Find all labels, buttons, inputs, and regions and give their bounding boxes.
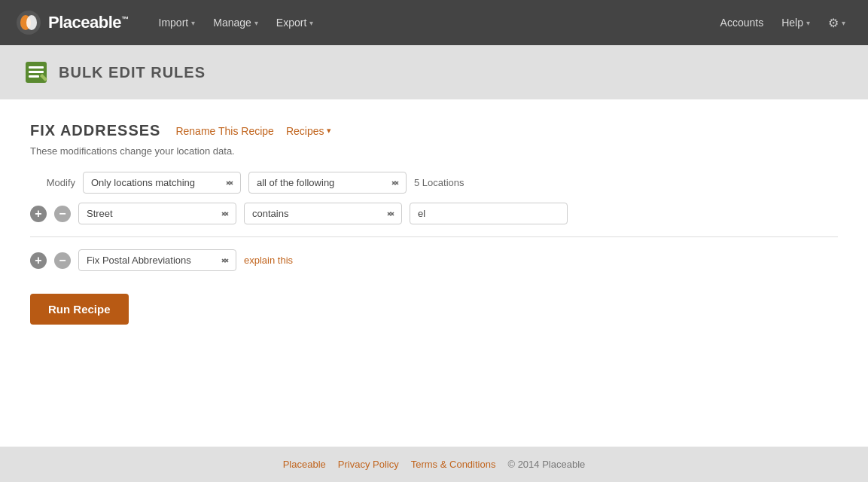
nav-import[interactable]: Import ▾ (151, 12, 203, 33)
action-select[interactable]: Fix Postal Abbreviations Capitalize Word… (78, 249, 236, 271)
field-select[interactable]: Street City State Zip Country (78, 203, 236, 224)
nav-right: Accounts Help ▾ ⚙ ▾ (713, 11, 853, 35)
svg-point-2 (26, 15, 37, 30)
bulk-edit-icon (23, 59, 50, 86)
gear-icon: ⚙ (828, 16, 839, 30)
help-arrow-icon: ▾ (806, 19, 810, 27)
export-arrow-icon: ▾ (309, 19, 313, 27)
locations-badge: 5 Locations (414, 177, 464, 188)
logo-icon (15, 9, 42, 36)
section-divider (30, 236, 838, 237)
manage-arrow-icon: ▾ (254, 19, 258, 27)
footer-terms-link[interactable]: Terms & Conditions (411, 459, 496, 470)
footer-placeable-link[interactable]: Placeable (283, 459, 326, 470)
nav-accounts[interactable]: Accounts (713, 12, 772, 33)
main-content: Fix Addresses Rename This Recipe Recipes… (0, 99, 868, 447)
recipes-arrow-icon: ▾ (327, 126, 331, 136)
condition-value-input[interactable] (410, 203, 568, 224)
brand-logo[interactable]: Placeable™ (15, 9, 129, 36)
page-title: Bulk Edit Rules (59, 64, 206, 81)
run-recipe-button[interactable]: Run Recipe (30, 294, 129, 325)
nav-manage[interactable]: Manage ▾ (206, 12, 266, 33)
navbar: Placeable™ Import ▾ Manage ▾ Export ▾ Ac… (0, 0, 868, 45)
section-title: Fix Addresses (30, 122, 160, 139)
condition-row: + − Street City State Zip Country contai… (30, 203, 838, 224)
nav-export[interactable]: Export ▾ (269, 12, 321, 33)
add-action-button[interactable]: + (30, 252, 47, 269)
brand-name: Placeable™ (48, 13, 129, 32)
page-header: Bulk Edit Rules (0, 45, 868, 99)
subtitle: These modifications change your location… (30, 145, 838, 157)
condition-select[interactable]: contains does not contain equals starts … (244, 203, 402, 224)
section-header-links: Rename This Recipe Recipes ▾ (175, 125, 331, 137)
footer-copyright: © 2014 Placeable (507, 459, 585, 470)
svg-rect-5 (29, 71, 44, 73)
svg-rect-6 (29, 75, 39, 78)
nav-links: Import ▾ Manage ▾ Export ▾ (151, 12, 713, 33)
nav-help[interactable]: Help ▾ (774, 12, 818, 33)
rename-recipe-link[interactable]: Rename This Recipe (175, 125, 273, 137)
action-row: + − Fix Postal Abbreviations Capitalize … (30, 249, 838, 271)
modify-label: Modify (30, 177, 75, 188)
modify-row: Modify Only locations matching All locat… (30, 172, 838, 194)
recipes-dropdown[interactable]: Recipes ▾ (286, 125, 332, 137)
match-select[interactable]: all of the following any of the followin… (248, 172, 407, 194)
footer: Placeable Privacy Policy Terms & Conditi… (0, 447, 868, 482)
filter-select[interactable]: Only locations matching All locations No… (83, 172, 241, 194)
explain-link[interactable]: explain this (244, 255, 293, 266)
settings-arrow-icon: ▾ (842, 19, 845, 27)
remove-condition-button[interactable]: − (54, 206, 71, 222)
footer-privacy-link[interactable]: Privacy Policy (338, 459, 399, 470)
svg-rect-4 (29, 66, 44, 69)
footer-links: Placeable Privacy Policy Terms & Conditi… (12, 459, 856, 470)
remove-action-button[interactable]: − (54, 252, 71, 269)
section-header: Fix Addresses Rename This Recipe Recipes… (30, 122, 838, 139)
add-condition-button[interactable]: + (30, 206, 47, 222)
nav-settings[interactable]: ⚙ ▾ (821, 11, 853, 35)
import-arrow-icon: ▾ (191, 19, 195, 27)
